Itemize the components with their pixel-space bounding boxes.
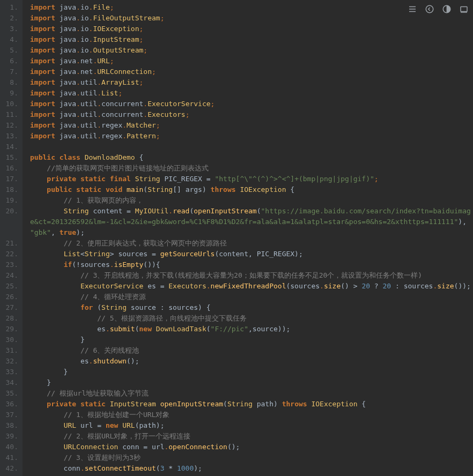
line-number: 40.: [3, 442, 18, 452]
line-number: 29.: [3, 324, 18, 334]
code-line: import java.util.regex.Matcher;: [30, 120, 473, 131]
list-icon[interactable]: [408, 4, 417, 14]
line-number: 23.: [3, 259, 18, 270]
line-number: 37.: [3, 410, 18, 420]
line-number: 25.: [3, 281, 18, 292]
line-number: 39.: [3, 431, 18, 442]
line-number: 6.: [3, 56, 18, 66]
line-number: 28.: [3, 313, 18, 324]
code-line: for (String source : sources) {: [30, 302, 473, 313]
code-line: // 1、根据地址创建一个URL对象: [30, 410, 473, 420]
code-line: // 1、获取网页的内容，: [30, 195, 473, 206]
code-line: import java.net.URLConnection;: [30, 66, 473, 77]
line-number: 21.: [3, 238, 18, 249]
line-number: 11.: [3, 109, 18, 120]
line-number: 26.: [3, 292, 18, 302]
editor-toolbar: [408, 4, 469, 14]
line-number: 36.: [3, 399, 18, 410]
line-number: 9.: [3, 88, 18, 99]
code-line: import java.net.URL;: [30, 56, 473, 66]
code-line: import java.io.File;: [30, 2, 473, 13]
code-line: //简单的获取网页中图片图片链接地址的正则表达式: [30, 163, 473, 174]
code-line: if(!sources.isEmpty()){: [30, 259, 473, 270]
line-number: 3.: [3, 24, 18, 34]
code-line: es.shutdown();: [30, 356, 473, 367]
code-line: [30, 142, 473, 152]
line-number: 15.: [3, 152, 18, 163]
code-line: // 2、使用正则表达式，获取这个网页中的资源路径: [30, 238, 473, 249]
line-number: 27.: [3, 302, 18, 313]
code-line: }: [30, 377, 473, 388]
code-line: String content = MyIOUtil.read(openInput…: [30, 206, 473, 238]
line-number: 7.: [3, 66, 18, 77]
line-number: 2.: [3, 13, 18, 24]
code-line: es.submit(new DownLoadTask("F://pic",sou…: [30, 324, 473, 334]
code-line: }: [30, 367, 473, 377]
line-number: 30.: [3, 334, 18, 345]
line-number: 1.: [3, 2, 18, 13]
line-number: 14.: [3, 142, 18, 152]
code-line: // 6、关闭线程池: [30, 345, 473, 356]
code-line: // 5、根据资源路径，向线程池中提交下载任务: [30, 313, 473, 324]
code-line: import java.io.InputStream;: [30, 34, 473, 45]
expand-icon[interactable]: [459, 4, 469, 14]
line-number: 12.: [3, 120, 18, 131]
theme-icon[interactable]: [442, 4, 452, 14]
line-number: 34.: [3, 377, 18, 388]
code-line: ExecutorService es = Executors.newFixedT…: [30, 281, 473, 292]
code-line: // 根据url地址获取输入字节流: [30, 388, 473, 399]
line-number: 8.: [3, 77, 18, 88]
code-line: // 3、开启线程池，并发下载(线程池最大容量为20；如果要下载的任务不足20个…: [30, 270, 473, 281]
code-line: import java.io.OutputStream;: [30, 45, 473, 56]
line-number: 33.: [3, 367, 18, 377]
line-number: 4.: [3, 34, 18, 45]
line-number-gutter: 1.2.3.4.5.6.7.8.9.10.11.12.13.14.15.16.1…: [0, 0, 23, 476]
prev-icon[interactable]: [425, 4, 434, 14]
svg-point-0: [426, 5, 433, 13]
line-number: 18.: [3, 184, 18, 195]
code-area[interactable]: import java.io.File;import java.io.FileO…: [23, 0, 473, 476]
code-line: // 3、设置超时间为3秒: [30, 452, 473, 463]
line-number: 41.: [3, 452, 18, 463]
code-line: public class DownloadDemo {: [30, 152, 473, 163]
code-line: import java.io.IOException;: [30, 24, 473, 34]
line-number: 16.: [3, 163, 18, 174]
line-number: 22.: [3, 249, 18, 259]
code-line: private static InputStream openInputStre…: [30, 399, 473, 410]
line-number: 17.: [3, 174, 18, 184]
line-number: 13.: [3, 131, 18, 142]
line-number: 31.: [3, 345, 18, 356]
code-line: public static void main(String[] args) t…: [30, 184, 473, 195]
line-number: 24.: [3, 270, 18, 281]
line-number: 35.: [3, 388, 18, 399]
code-line: URLConnection conn = url.openConnection(…: [30, 442, 473, 452]
code-line: private static final String PIC_REGEX = …: [30, 174, 473, 184]
code-line: import java.util.concurrent.Executors;: [30, 109, 473, 120]
line-number: 32.: [3, 356, 18, 367]
line-number: 38.: [3, 420, 18, 431]
code-line: import java.util.List;: [30, 88, 473, 99]
code-line: List<String> sources = getSourceUrls(con…: [30, 249, 473, 259]
code-editor: 1.2.3.4.5.6.7.8.9.10.11.12.13.14.15.16.1…: [0, 0, 473, 476]
code-line: }: [30, 334, 473, 345]
code-line: import java.util.concurrent.ExecutorServ…: [30, 99, 473, 109]
line-number: 42.: [3, 463, 18, 474]
code-line: conn.setConnectTimeout(3 * 1000);: [30, 463, 473, 474]
code-line: import java.util.regex.Pattern;: [30, 131, 473, 142]
code-line: import java.util.ArrayList;: [30, 77, 473, 88]
svg-rect-2: [461, 7, 467, 12]
line-number: 19.: [3, 195, 18, 206]
line-number: 20.: [3, 206, 18, 238]
code-line: import java.io.FileOutputStream;: [30, 13, 473, 24]
code-line: // 2、根据URL对象，打开一个远程连接: [30, 431, 473, 442]
code-line: URL url = new URL(path);: [30, 420, 473, 431]
line-number: 5.: [3, 45, 18, 56]
line-number: 10.: [3, 99, 18, 109]
code-line: // 4、循环处理资源: [30, 292, 473, 302]
